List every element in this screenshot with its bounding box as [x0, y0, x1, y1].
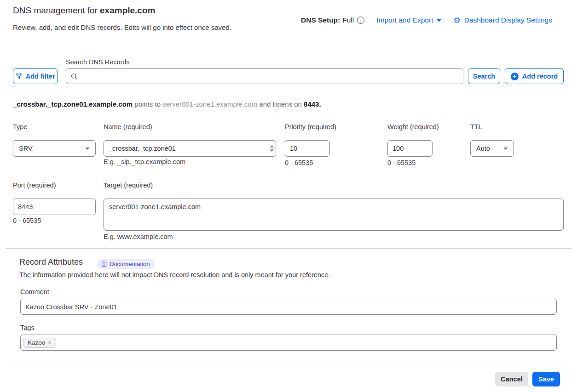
filter-funnel-icon — [16, 73, 22, 80]
tag-remove-icon[interactable]: × — [48, 339, 52, 346]
weight-hint: 0 - 65535 — [387, 159, 415, 166]
search-dns-records-label: Search DNS Records — [66, 58, 130, 66]
book-icon — [101, 261, 107, 267]
search-button-label: Search — [473, 73, 495, 80]
plus-circle-icon: + — [511, 73, 519, 80]
port-label: Port (required) — [13, 182, 56, 189]
comment-input[interactable] — [20, 299, 557, 315]
tag-chip-label: Kazoo — [28, 339, 45, 346]
dns-setup-label: DNS Setup: — [301, 16, 340, 24]
summary-target-host: server001-zone1.example.com — [162, 100, 257, 108]
ttl-select-value: Auto — [476, 145, 490, 152]
tags-label: Tags — [20, 324, 35, 331]
comment-label: Comment — [20, 288, 49, 295]
summary-points-to: points to — [134, 100, 161, 108]
documentation-badge[interactable]: Documentation — [97, 259, 155, 269]
priority-input[interactable] — [285, 140, 330, 157]
name-input[interactable] — [104, 140, 276, 157]
chevron-down-icon — [503, 148, 508, 150]
name-label: Name (required) — [104, 123, 152, 131]
target-hint: E.g. www.example.com — [104, 233, 173, 240]
dashboard-display-settings-label: Dashboard Display Settings — [464, 16, 552, 24]
page-title: DNS management for example.com — [13, 6, 155, 16]
arrow-up-icon[interactable] — [270, 145, 274, 148]
dns-setup-value: Full — [342, 16, 354, 24]
page-subtitle: Review, add, and edit DNS records. Edits… — [13, 21, 235, 34]
search-button[interactable]: Search — [468, 68, 500, 84]
footer-divider — [13, 362, 564, 362]
priority-hint: 0 - 65535 — [285, 159, 313, 166]
zone-name: example.com — [100, 6, 155, 15]
cancel-button[interactable]: Cancel — [495, 372, 528, 386]
add-record-label: Add record — [522, 73, 558, 80]
weight-input[interactable] — [387, 140, 433, 157]
import-export-dropdown[interactable]: Import and Export — [376, 16, 441, 24]
summary-listens: and listens on — [259, 100, 302, 108]
type-select[interactable]: SRV — [13, 140, 96, 157]
weight-label: Weight (required) — [387, 123, 439, 131]
search-input-container — [66, 68, 463, 84]
add-record-button[interactable]: + Add record — [505, 68, 564, 84]
section-divider — [6, 248, 571, 249]
documentation-badge-label: Documentation — [110, 261, 150, 267]
dashboard-display-settings-link[interactable]: ⚙ Dashboard Display Settings — [453, 16, 552, 24]
name-field-container — [104, 140, 276, 157]
port-input[interactable] — [13, 199, 96, 215]
record-summary: _crossbar._tcp.zone01.example.com points… — [13, 100, 321, 108]
stepper-arrows[interactable] — [270, 145, 274, 152]
type-label: Type — [13, 123, 27, 131]
record-attributes-description: The information provided here will not i… — [19, 271, 330, 278]
target-label: Target (required) — [104, 182, 153, 189]
name-hint: E.g. _sip._tcp.example.com — [104, 158, 185, 165]
type-select-value: SRV — [19, 145, 33, 152]
arrow-down-icon[interactable] — [270, 149, 274, 152]
summary-record-name: _crossbar._tcp.zone01.example.com — [13, 100, 133, 108]
add-filter-label: Add filter — [26, 73, 55, 80]
dns-management-page: DNS management for example.com Review, a… — [0, 0, 577, 392]
target-textarea[interactable]: server001-zone1.example.com — [104, 199, 564, 231]
record-attributes-heading: Record Attributes — [19, 257, 83, 267]
gear-icon: ⚙ — [453, 17, 460, 24]
tags-input[interactable]: Kazoo × — [20, 335, 557, 351]
search-icon — [71, 73, 78, 80]
header-actions: DNS Setup: Full i Import and Export ⚙ Da… — [301, 16, 552, 24]
chevron-down-icon — [437, 19, 441, 22]
priority-label: Priority (required) — [285, 123, 336, 131]
port-hint: 0 - 65535 — [13, 217, 41, 224]
ttl-label: TTL — [470, 123, 482, 131]
chevron-down-icon — [85, 148, 90, 150]
search-input[interactable] — [81, 73, 458, 80]
page-title-prefix: DNS management for — [13, 6, 100, 15]
save-button[interactable]: Save — [532, 372, 560, 386]
tag-chip[interactable]: Kazoo × — [23, 338, 56, 348]
import-export-label: Import and Export — [376, 16, 433, 24]
add-filter-button[interactable]: Add filter — [13, 68, 58, 84]
dns-setup-status: DNS Setup: Full i — [301, 16, 364, 24]
summary-port: 8443. — [304, 100, 321, 108]
ttl-select[interactable]: Auto — [470, 140, 514, 157]
info-icon[interactable]: i — [357, 17, 364, 24]
